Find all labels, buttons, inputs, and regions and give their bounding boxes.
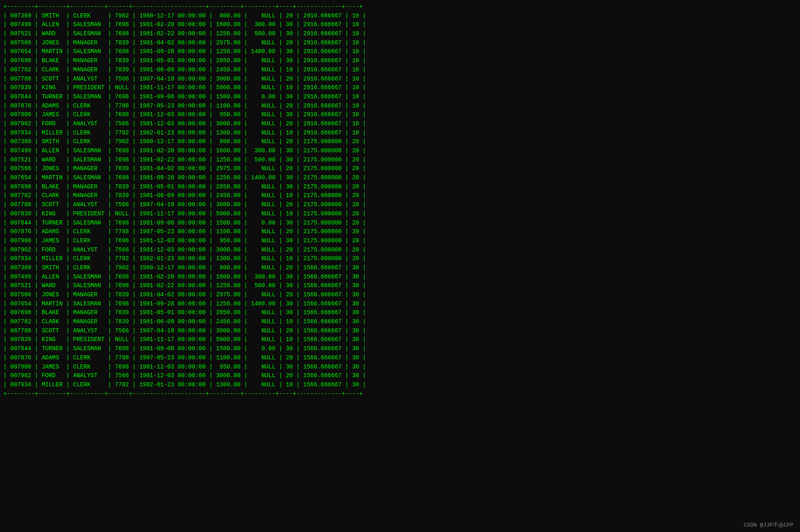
table-container: +--------+--------+----------+------+---… [0, 2, 800, 399]
data-table: +--------+--------+----------+------+---… [0, 2, 800, 399]
watermark: CSDN @JJP不会CPP [744, 521, 793, 529]
terminal-window: +--------+--------+----------+------+---… [0, 0, 800, 532]
